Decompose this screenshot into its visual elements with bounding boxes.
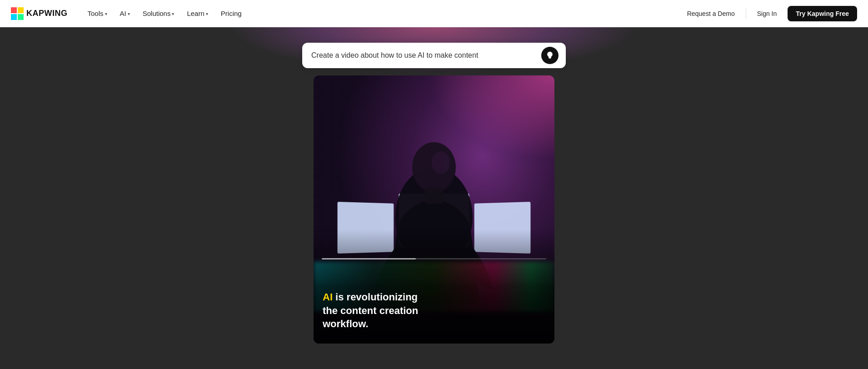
progress-fill [322, 258, 416, 259]
caption-bar: AI is revolutionizing the content creati… [314, 279, 554, 344]
svg-rect-1 [18, 7, 24, 13]
caption-line-1: AI is revolutionizing [323, 290, 545, 304]
chevron-down-icon: ▾ [206, 11, 208, 16]
svg-rect-3 [18, 14, 24, 20]
nav-item-ai[interactable]: AI ▾ [115, 6, 135, 21]
caption-line-2: the content creation [323, 304, 545, 318]
nav-item-tools[interactable]: Tools ▾ [82, 6, 113, 21]
prompt-bar[interactable]: Create a video about how to use AI to ma… [302, 43, 566, 68]
request-demo-button[interactable]: Request a Demo [682, 6, 740, 21]
main-content: Create a video about how to use AI to ma… [0, 27, 868, 369]
video-container[interactable]: AI is revolutionizing the content creati… [314, 75, 554, 344]
progress-track [322, 258, 546, 259]
logo-text: KAPWING [26, 9, 68, 18]
sign-in-button[interactable]: Sign In [752, 6, 783, 21]
svg-point-7 [432, 151, 450, 174]
prompt-text: Create a video about how to use AI to ma… [311, 51, 541, 60]
nav-right: Request a Demo Sign In Try Kapwing Free [682, 6, 857, 21]
chevron-down-icon: ▾ [128, 11, 130, 16]
svg-rect-2 [11, 14, 17, 20]
try-free-button[interactable]: Try Kapwing Free [788, 6, 857, 21]
logo-icon [11, 7, 24, 20]
nav-links: Tools ▾ AI ▾ Solutions ▾ Learn ▾ Pricing [82, 6, 682, 21]
chevron-down-icon: ▾ [105, 11, 107, 16]
navbar: KAPWING Tools ▾ AI ▾ Solutions ▾ Learn ▾… [0, 0, 868, 27]
logo[interactable]: KAPWING [11, 7, 68, 20]
nav-divider [746, 8, 746, 19]
video-scene: AI is revolutionizing the content creati… [314, 75, 554, 344]
nav-item-solutions[interactable]: Solutions ▾ [137, 6, 180, 21]
svg-rect-0 [11, 7, 17, 13]
caption-ai-word: AI [323, 291, 333, 303]
nav-item-learn[interactable]: Learn ▾ [181, 6, 213, 21]
caption-line-3: workflow. [323, 317, 545, 331]
nav-item-pricing[interactable]: Pricing [215, 6, 247, 21]
lightbulb-icon [545, 51, 554, 60]
prompt-submit-button[interactable] [541, 47, 559, 64]
chevron-down-icon: ▾ [172, 11, 174, 16]
svg-rect-6 [425, 188, 443, 204]
